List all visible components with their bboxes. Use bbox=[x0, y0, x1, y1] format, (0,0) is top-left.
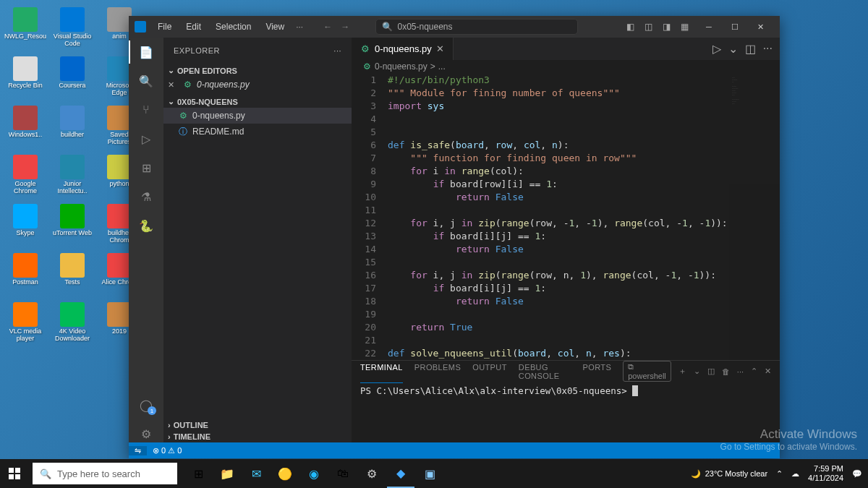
desktop-icon[interactable]: buildher bbox=[51, 106, 94, 149]
activate-windows-watermark: Activate Windows Go to Settings to activ… bbox=[720, 427, 857, 452]
taskbar-search[interactable]: 🔍 Type here to search bbox=[33, 463, 177, 484]
task-view-icon[interactable]: ⊞ bbox=[184, 459, 212, 488]
panel-tab-debug-console[interactable]: DEBUG CONSOLE bbox=[519, 360, 571, 383]
terminal-shell-selector[interactable]: ⧉ powershell bbox=[623, 361, 671, 382]
chevron-right-icon: › bbox=[168, 421, 171, 429]
extensions-icon[interactable]: ⊞ bbox=[137, 159, 155, 176]
tray-chevron-icon[interactable]: ⌃ bbox=[776, 469, 783, 479]
open-editor-filename: 0-nqueens.py bbox=[197, 80, 250, 90]
run-debug-icon[interactable]: ▷ bbox=[137, 130, 155, 147]
toggle-panel-icon[interactable]: ◫ bbox=[643, 20, 654, 33]
file-explorer-icon[interactable]: 📁 bbox=[213, 459, 241, 488]
code-content[interactable]: #!/usr/bin/python3""" Module for fining … bbox=[388, 74, 729, 360]
desktop-icon[interactable]: 4K Video Downloader bbox=[51, 302, 94, 346]
desktop-icon[interactable]: Coursera bbox=[51, 56, 94, 100]
toggle-primary-sidebar-icon[interactable]: ◧ bbox=[625, 20, 636, 33]
action-center-icon[interactable]: 💬 bbox=[852, 469, 862, 479]
settings-icon[interactable]: ⚙ bbox=[358, 459, 386, 488]
settings-gear-icon[interactable]: ⚙ bbox=[137, 425, 155, 442]
svg-rect-0 bbox=[9, 468, 14, 473]
panel-tab-ports[interactable]: PORTS bbox=[583, 360, 612, 383]
panel-tab-problems[interactable]: PROBLEMS bbox=[414, 360, 461, 383]
desktop-icon[interactable]: NWLG_Resources bbox=[4, 7, 47, 51]
edge-icon[interactable]: ◉ bbox=[300, 459, 328, 488]
panel-tab-terminal[interactable]: TERMINAL bbox=[360, 360, 403, 383]
menu-selection[interactable]: Selection bbox=[210, 19, 257, 35]
close-panel-icon[interactable]: ✕ bbox=[765, 367, 771, 376]
panel-tab-output[interactable]: OUTPUT bbox=[472, 360, 507, 383]
tray-onedrive-icon[interactable]: ☁ bbox=[791, 469, 799, 479]
desktop-icon[interactable]: Google Chrome bbox=[4, 155, 47, 198]
timeline-section[interactable]: › TIMELINE bbox=[163, 431, 352, 442]
minimap[interactable]: ▬▬▬▬▬▬▬▬▬▬▬▬▬▬▬▬▬▬▬▬▬▬▬▬▬▬▬▬▬▬▬▬▬▬▬▬▬▬▬▬… bbox=[729, 74, 780, 360]
menu-edit[interactable]: Edit bbox=[180, 19, 207, 35]
tab-close-icon[interactable]: ✕ bbox=[436, 43, 444, 54]
desktop-icon[interactable]: Postman bbox=[4, 253, 47, 296]
desktop-icon-label: NWLG_Resources bbox=[4, 33, 46, 40]
file-name: 0-nqueens.py bbox=[192, 111, 245, 121]
editor-more-icon[interactable]: ··· bbox=[763, 42, 773, 56]
toggle-secondary-sidebar-icon[interactable]: ◨ bbox=[661, 20, 672, 33]
run-file-icon[interactable]: ▷ bbox=[712, 42, 721, 56]
remote-indicator[interactable]: ⇋ bbox=[129, 446, 147, 455]
store-icon[interactable]: 🛍 bbox=[329, 459, 357, 488]
nav-back-icon[interactable]: ← bbox=[323, 22, 332, 32]
editor-area: ⚙ 0-nqueens.py ✕ ▷ ⌄ ◫ ··· ⚙ 0-nqueens.p… bbox=[352, 38, 780, 442]
maximize-panel-icon[interactable]: ⌃ bbox=[751, 367, 757, 376]
vscode-task-icon[interactable]: ◆ bbox=[387, 459, 414, 488]
search-activity-icon[interactable]: 🔍 bbox=[137, 72, 155, 90]
testing-icon[interactable]: ⚗ bbox=[137, 188, 155, 205]
nav-forward-icon[interactable]: → bbox=[341, 22, 349, 32]
start-button[interactable] bbox=[0, 459, 29, 488]
source-control-icon[interactable]: ⑂ bbox=[137, 101, 155, 119]
menu-more[interactable]: ··· bbox=[296, 22, 303, 32]
outline-section[interactable]: › OUTLINE bbox=[163, 419, 352, 431]
line-gutter: 12345678910111213141516171819202122 bbox=[352, 74, 388, 360]
desktop-icon[interactable]: Junior Intellectu.. bbox=[51, 155, 94, 198]
app-icon[interactable]: ▣ bbox=[416, 459, 443, 488]
command-center[interactable]: 🔍 0x05-nqueens bbox=[375, 19, 578, 35]
chrome-icon[interactable]: 🟡 bbox=[271, 459, 299, 488]
desktop-icon[interactable]: Recycle Bin bbox=[4, 56, 47, 100]
explorer-icon[interactable]: 📄 bbox=[137, 43, 155, 61]
desktop-icon[interactable]: uTorrent Web bbox=[51, 204, 94, 247]
open-editors-section[interactable]: ⌄ OPEN EDITORS bbox=[163, 64, 352, 77]
weather-widget[interactable]: 🌙 23°C Mostly clear bbox=[691, 469, 767, 479]
close-editor-icon[interactable]: ✕ bbox=[168, 80, 176, 90]
code-editor[interactable]: 12345678910111213141516171819202122 #!/u… bbox=[352, 74, 780, 360]
desktop-icon[interactable]: Visual Studio Code bbox=[51, 7, 94, 51]
explorer-more-icon[interactable]: ··· bbox=[333, 46, 341, 55]
folder-section[interactable]: ⌄ 0X05-NQUEENS bbox=[163, 95, 352, 108]
file-item[interactable]: ⚙0-nqueens.py bbox=[163, 108, 352, 124]
split-terminal-icon[interactable]: ◫ bbox=[707, 367, 715, 376]
terminal-dropdown-icon[interactable]: ⌄ bbox=[694, 367, 700, 376]
terminal-body[interactable]: PS C:\Users\Alice\Alx\alx-interview\0x05… bbox=[352, 382, 780, 399]
kill-terminal-icon[interactable]: 🗑 bbox=[722, 367, 730, 376]
minimize-button[interactable]: ─ bbox=[696, 16, 722, 38]
python-env-icon[interactable]: 🐍 bbox=[137, 217, 155, 234]
desktop-icon[interactable]: Tests bbox=[51, 253, 94, 296]
split-editor-icon[interactable]: ◫ bbox=[745, 42, 756, 56]
menu-view[interactable]: View bbox=[260, 19, 290, 35]
run-dropdown-icon[interactable]: ⌄ bbox=[728, 42, 738, 56]
desktop-icon[interactable]: Windows1.. bbox=[4, 106, 47, 149]
desktop-icon[interactable]: VLC media player bbox=[4, 302, 47, 346]
open-editor-file[interactable]: ✕ ⚙ 0-nqueens.py bbox=[163, 77, 352, 93]
customize-layout-icon[interactable]: ▦ bbox=[679, 20, 690, 33]
app-icon bbox=[13, 302, 38, 327]
menu-file[interactable]: File bbox=[152, 19, 177, 35]
status-problems[interactable]: ⊗ 0 ⚠ 0 bbox=[147, 446, 187, 455]
desktop-icon-label: Recycle Bin bbox=[8, 82, 43, 90]
editor-tab[interactable]: ⚙ 0-nqueens.py ✕ bbox=[352, 38, 454, 60]
panel-more-icon[interactable]: ··· bbox=[737, 367, 744, 376]
maximize-button[interactable]: ☐ bbox=[722, 16, 748, 38]
new-terminal-icon[interactable]: ＋ bbox=[678, 366, 686, 377]
app-icon bbox=[13, 253, 38, 278]
clock[interactable]: 7:59 PM 4/11/2024 bbox=[808, 464, 843, 483]
accounts-icon[interactable]: ◯1 bbox=[137, 396, 155, 414]
mail-icon[interactable]: ✉ bbox=[242, 459, 270, 488]
desktop-icon[interactable]: Skype bbox=[4, 204, 47, 247]
close-button[interactable]: ✕ bbox=[748, 16, 774, 38]
file-item[interactable]: ⓘREADME.md bbox=[163, 124, 352, 140]
breadcrumb[interactable]: ⚙ 0-nqueens.py > ... bbox=[352, 60, 780, 74]
